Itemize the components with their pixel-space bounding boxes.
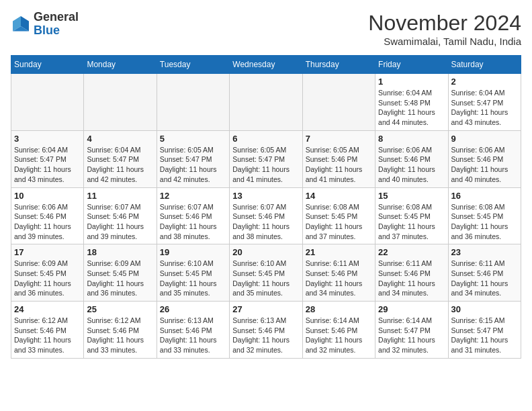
day-info: Sunrise: 6:04 AMSunset: 5:48 PMDaylight:… bbox=[378, 88, 445, 128]
table-row: 23Sunrise: 6:11 AMSunset: 5:46 PMDayligh… bbox=[448, 244, 521, 302]
day-number: 16 bbox=[451, 191, 518, 201]
day-number: 15 bbox=[378, 191, 445, 201]
table-row: 27Sunrise: 6:13 AMSunset: 5:46 PMDayligh… bbox=[230, 302, 302, 359]
calendar-week-5: 24Sunrise: 6:12 AMSunset: 5:46 PMDayligh… bbox=[11, 302, 521, 359]
table-row bbox=[302, 74, 375, 131]
table-row: 8Sunrise: 6:06 AMSunset: 5:46 PMDaylight… bbox=[375, 130, 448, 187]
logo-icon bbox=[11, 14, 31, 34]
day-number: 14 bbox=[306, 191, 372, 201]
table-row: 13Sunrise: 6:07 AMSunset: 5:46 PMDayligh… bbox=[230, 187, 302, 244]
day-info: Sunrise: 6:04 AMSunset: 5:47 PMDaylight:… bbox=[14, 145, 81, 185]
table-row bbox=[84, 74, 157, 131]
col-friday: Friday bbox=[375, 56, 448, 74]
day-number: 23 bbox=[451, 247, 518, 257]
col-monday: Monday bbox=[84, 56, 157, 74]
location-subtitle: Swamimalai, Tamil Nadu, India bbox=[368, 36, 521, 47]
day-number: 3 bbox=[14, 134, 81, 144]
day-info: Sunrise: 6:12 AMSunset: 5:46 PMDaylight:… bbox=[87, 316, 153, 355]
month-title: November 2024 bbox=[368, 11, 521, 36]
calendar-week-1: 1Sunrise: 6:04 AMSunset: 5:48 PMDaylight… bbox=[11, 74, 521, 131]
day-info: Sunrise: 6:08 AMSunset: 5:45 PMDaylight:… bbox=[306, 202, 372, 242]
logo-general-text: General bbox=[34, 10, 79, 24]
table-row: 29Sunrise: 6:14 AMSunset: 5:47 PMDayligh… bbox=[375, 302, 448, 359]
table-row: 25Sunrise: 6:12 AMSunset: 5:46 PMDayligh… bbox=[84, 302, 157, 359]
day-info: Sunrise: 6:07 AMSunset: 5:46 PMDaylight:… bbox=[160, 202, 226, 242]
day-number: 29 bbox=[378, 304, 445, 314]
day-number: 19 bbox=[160, 247, 226, 257]
day-info: Sunrise: 6:05 AMSunset: 5:47 PMDaylight:… bbox=[160, 145, 226, 185]
day-info: Sunrise: 6:11 AMSunset: 5:46 PMDaylight:… bbox=[451, 259, 518, 298]
table-row bbox=[157, 74, 229, 131]
day-number: 20 bbox=[232, 247, 299, 257]
logo: General Blue bbox=[11, 11, 79, 38]
day-number: 30 bbox=[451, 304, 518, 314]
day-info: Sunrise: 6:13 AMSunset: 5:46 PMDaylight:… bbox=[160, 316, 226, 355]
day-number: 24 bbox=[14, 304, 81, 314]
table-row: 17Sunrise: 6:09 AMSunset: 5:45 PMDayligh… bbox=[11, 244, 84, 302]
day-info: Sunrise: 6:06 AMSunset: 5:46 PMDaylight:… bbox=[14, 202, 81, 242]
col-tuesday: Tuesday bbox=[157, 56, 229, 74]
day-info: Sunrise: 6:06 AMSunset: 5:46 PMDaylight:… bbox=[378, 145, 445, 185]
day-info: Sunrise: 6:13 AMSunset: 5:46 PMDaylight:… bbox=[232, 316, 299, 355]
calendar-table: Sunday Monday Tuesday Wednesday Thursday… bbox=[11, 55, 521, 359]
day-number: 4 bbox=[87, 134, 153, 144]
day-info: Sunrise: 6:06 AMSunset: 5:46 PMDaylight:… bbox=[451, 145, 518, 185]
day-info: Sunrise: 6:04 AMSunset: 5:47 PMDaylight:… bbox=[87, 145, 153, 185]
day-number: 27 bbox=[232, 304, 299, 314]
day-info: Sunrise: 6:11 AMSunset: 5:46 PMDaylight:… bbox=[306, 259, 372, 298]
logo-text: General Blue bbox=[34, 11, 79, 38]
table-row: 7Sunrise: 6:05 AMSunset: 5:46 PMDaylight… bbox=[302, 130, 375, 187]
calendar-header-row: Sunday Monday Tuesday Wednesday Thursday… bbox=[11, 56, 521, 74]
day-number: 25 bbox=[87, 304, 153, 314]
logo-blue-text: Blue bbox=[34, 24, 60, 37]
day-info: Sunrise: 6:08 AMSunset: 5:45 PMDaylight:… bbox=[378, 202, 445, 242]
day-info: Sunrise: 6:10 AMSunset: 5:45 PMDaylight:… bbox=[232, 259, 299, 298]
table-row bbox=[230, 74, 302, 131]
table-row: 18Sunrise: 6:09 AMSunset: 5:45 PMDayligh… bbox=[84, 244, 157, 302]
table-row bbox=[11, 74, 84, 131]
day-info: Sunrise: 6:15 AMSunset: 5:47 PMDaylight:… bbox=[451, 316, 518, 355]
table-row: 12Sunrise: 6:07 AMSunset: 5:46 PMDayligh… bbox=[157, 187, 229, 244]
calendar-week-4: 17Sunrise: 6:09 AMSunset: 5:45 PMDayligh… bbox=[11, 244, 521, 302]
table-row: 5Sunrise: 6:05 AMSunset: 5:47 PMDaylight… bbox=[157, 130, 229, 187]
calendar-week-2: 3Sunrise: 6:04 AMSunset: 5:47 PMDaylight… bbox=[11, 130, 521, 187]
col-sunday: Sunday bbox=[11, 56, 84, 74]
day-number: 28 bbox=[306, 304, 372, 314]
day-number: 26 bbox=[160, 304, 226, 314]
day-number: 7 bbox=[306, 134, 372, 144]
day-info: Sunrise: 6:14 AMSunset: 5:46 PMDaylight:… bbox=[306, 316, 372, 355]
day-info: Sunrise: 6:14 AMSunset: 5:47 PMDaylight:… bbox=[378, 316, 445, 355]
day-number: 12 bbox=[160, 191, 226, 201]
table-row: 21Sunrise: 6:11 AMSunset: 5:46 PMDayligh… bbox=[302, 244, 375, 302]
table-row: 26Sunrise: 6:13 AMSunset: 5:46 PMDayligh… bbox=[157, 302, 229, 359]
table-row: 1Sunrise: 6:04 AMSunset: 5:48 PMDaylight… bbox=[375, 74, 448, 131]
table-row: 20Sunrise: 6:10 AMSunset: 5:45 PMDayligh… bbox=[230, 244, 302, 302]
day-number: 2 bbox=[451, 77, 518, 87]
day-info: Sunrise: 6:05 AMSunset: 5:46 PMDaylight:… bbox=[306, 145, 372, 185]
day-number: 11 bbox=[87, 191, 153, 201]
col-wednesday: Wednesday bbox=[230, 56, 302, 74]
day-info: Sunrise: 6:04 AMSunset: 5:47 PMDaylight:… bbox=[451, 88, 518, 128]
day-info: Sunrise: 6:12 AMSunset: 5:46 PMDaylight:… bbox=[14, 316, 81, 355]
day-info: Sunrise: 6:11 AMSunset: 5:46 PMDaylight:… bbox=[378, 259, 445, 298]
day-info: Sunrise: 6:08 AMSunset: 5:45 PMDaylight:… bbox=[451, 202, 518, 242]
day-info: Sunrise: 6:07 AMSunset: 5:46 PMDaylight:… bbox=[232, 202, 299, 242]
day-number: 1 bbox=[378, 77, 445, 87]
day-number: 17 bbox=[14, 247, 81, 257]
day-info: Sunrise: 6:09 AMSunset: 5:45 PMDaylight:… bbox=[14, 259, 81, 298]
day-number: 8 bbox=[378, 134, 445, 144]
table-row: 15Sunrise: 6:08 AMSunset: 5:45 PMDayligh… bbox=[375, 187, 448, 244]
table-row: 30Sunrise: 6:15 AMSunset: 5:47 PMDayligh… bbox=[448, 302, 521, 359]
table-row: 9Sunrise: 6:06 AMSunset: 5:46 PMDaylight… bbox=[448, 130, 521, 187]
table-row: 22Sunrise: 6:11 AMSunset: 5:46 PMDayligh… bbox=[375, 244, 448, 302]
day-number: 10 bbox=[14, 191, 81, 201]
day-number: 9 bbox=[451, 134, 518, 144]
table-row: 10Sunrise: 6:06 AMSunset: 5:46 PMDayligh… bbox=[11, 187, 84, 244]
table-row: 3Sunrise: 6:04 AMSunset: 5:47 PMDaylight… bbox=[11, 130, 84, 187]
day-number: 5 bbox=[160, 134, 226, 144]
day-number: 13 bbox=[232, 191, 299, 201]
day-info: Sunrise: 6:07 AMSunset: 5:46 PMDaylight:… bbox=[87, 202, 153, 242]
day-number: 22 bbox=[378, 247, 445, 257]
table-row: 16Sunrise: 6:08 AMSunset: 5:45 PMDayligh… bbox=[448, 187, 521, 244]
day-number: 6 bbox=[232, 134, 299, 144]
